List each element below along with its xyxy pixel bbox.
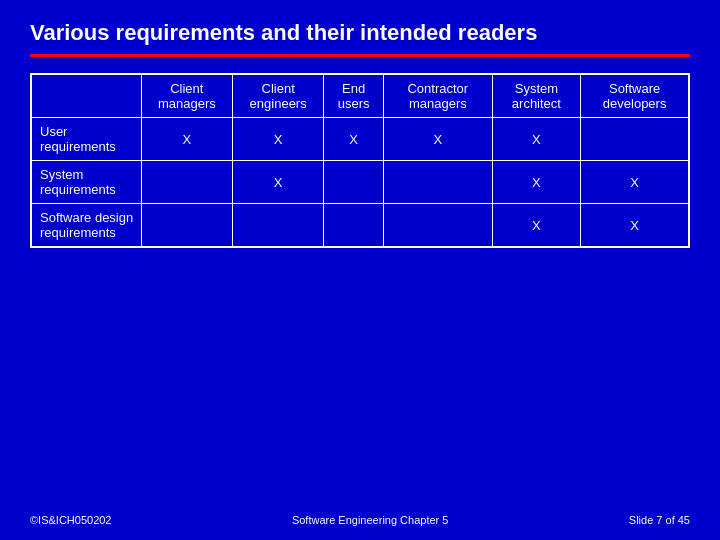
cell-sw-sw-dev: X — [581, 204, 689, 248]
col-header-contractor-managers: Contractor managers — [384, 74, 492, 118]
cell-sys-client-mgr — [141, 161, 233, 204]
cell-sw-contractor-mgr — [384, 204, 492, 248]
footer: ©IS&ICH050202 Software Engineering Chapt… — [30, 514, 690, 526]
col-header-end-users: End users — [324, 74, 384, 118]
col-header-client-managers: Client managers — [141, 74, 233, 118]
cell-sw-sys-architect: X — [492, 204, 581, 248]
cell-user-client-eng: X — [233, 118, 324, 161]
cell-user-client-mgr: X — [141, 118, 233, 161]
footer-right: Slide 7 of 45 — [629, 514, 690, 526]
cell-user-end-users: X — [324, 118, 384, 161]
cell-user-sys-architect: X — [492, 118, 581, 161]
cell-sys-sw-dev: X — [581, 161, 689, 204]
row-label-sys-req: System requirements — [31, 161, 141, 204]
cell-sw-client-eng — [233, 204, 324, 248]
page-title: Various requirements and their intended … — [30, 20, 690, 46]
footer-left: ©IS&ICH050202 — [30, 514, 112, 526]
table-header-row: Client managers Client engineers End use… — [31, 74, 689, 118]
col-header-software-developers: Software developers — [581, 74, 689, 118]
row-label-user-req: User requirements — [31, 118, 141, 161]
cell-sw-end-users — [324, 204, 384, 248]
slide: Various requirements and their intended … — [0, 0, 720, 540]
table-row: User requirements X X X X X — [31, 118, 689, 161]
table-row: System requirements X X X — [31, 161, 689, 204]
requirements-table: Client managers Client engineers End use… — [30, 73, 690, 248]
col-header-empty — [31, 74, 141, 118]
cell-user-sw-dev — [581, 118, 689, 161]
cell-sys-end-users — [324, 161, 384, 204]
col-header-system-architect: System architect — [492, 74, 581, 118]
footer-center: Software Engineering Chapter 5 — [292, 514, 449, 526]
cell-sys-client-eng: X — [233, 161, 324, 204]
row-label-sw-design-req: Software design requirements — [31, 204, 141, 248]
cell-user-contractor-mgr: X — [384, 118, 492, 161]
cell-sw-client-mgr — [141, 204, 233, 248]
table-row: Software design requirements X X — [31, 204, 689, 248]
cell-sys-sys-architect: X — [492, 161, 581, 204]
cell-sys-contractor-mgr — [384, 161, 492, 204]
col-header-client-engineers: Client engineers — [233, 74, 324, 118]
divider — [30, 54, 690, 57]
